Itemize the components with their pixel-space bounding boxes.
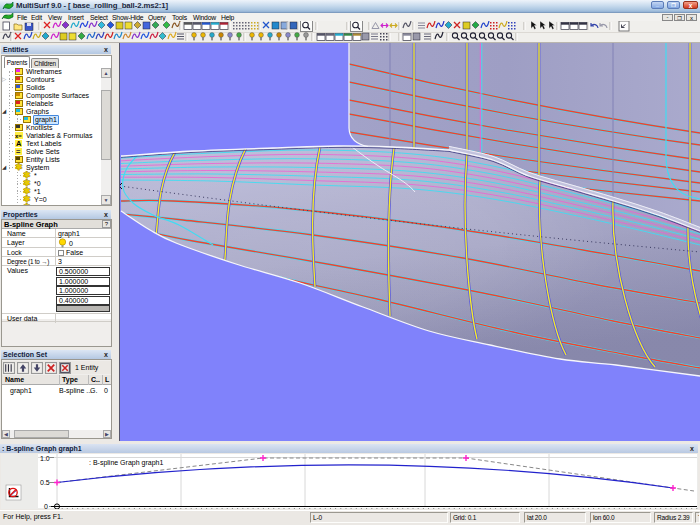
svg-text:: B-spline Graph graph1: : B-spline Graph graph1 <box>89 459 163 467</box>
svg-text:0.5: 0.5 <box>40 479 50 486</box>
svg-text:1.0: 1.0 <box>40 455 50 462</box>
svg-text:0: 0 <box>44 503 48 509</box>
